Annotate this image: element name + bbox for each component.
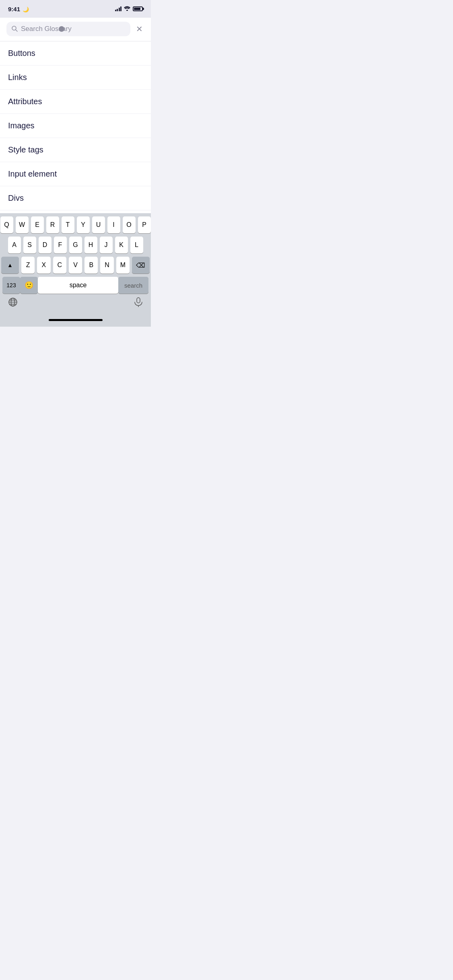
list-item[interactable]: Links bbox=[0, 66, 151, 90]
svg-point-0 bbox=[126, 10, 128, 11]
key-y[interactable]: Y bbox=[77, 216, 90, 233]
svg-rect-8 bbox=[137, 298, 140, 303]
key-m[interactable]: M bbox=[116, 257, 130, 274]
key-e[interactable]: E bbox=[31, 216, 44, 233]
wifi-icon bbox=[124, 6, 130, 12]
search-key[interactable]: search bbox=[118, 277, 148, 294]
search-container: ✕ bbox=[0, 18, 151, 41]
keyboard-row-3: ▲ Z X C V B N M ⌫ bbox=[1, 257, 150, 274]
key-c[interactable]: C bbox=[53, 257, 66, 274]
keyboard-row-4: 123 🙂 space search bbox=[1, 277, 150, 294]
key-x[interactable]: X bbox=[37, 257, 50, 274]
battery-icon bbox=[133, 6, 143, 11]
emoji-key[interactable]: 🙂 bbox=[20, 277, 38, 294]
key-b[interactable]: B bbox=[84, 257, 98, 274]
shift-key[interactable]: ▲ bbox=[1, 257, 19, 274]
status-icons bbox=[115, 6, 143, 12]
search-icon bbox=[11, 25, 18, 33]
delete-key[interactable]: ⌫ bbox=[132, 257, 150, 274]
glossary-list: Buttons Links Attributes Images Style ta… bbox=[0, 41, 151, 234]
key-n[interactable]: N bbox=[100, 257, 113, 274]
key-g[interactable]: G bbox=[69, 237, 82, 253]
list-item[interactable]: Style tags bbox=[0, 138, 151, 162]
key-t[interactable]: T bbox=[62, 216, 74, 233]
microphone-icon[interactable] bbox=[134, 297, 143, 309]
key-z[interactable]: Z bbox=[21, 257, 35, 274]
key-a[interactable]: A bbox=[8, 237, 21, 253]
key-s[interactable]: S bbox=[23, 237, 36, 253]
list-item[interactable]: Divs bbox=[0, 186, 151, 210]
signal-bars-icon bbox=[115, 6, 122, 11]
key-f[interactable]: F bbox=[54, 237, 67, 253]
key-i[interactable]: I bbox=[107, 216, 120, 233]
key-o[interactable]: O bbox=[123, 216, 136, 233]
key-j[interactable]: J bbox=[100, 237, 113, 253]
status-time: 9:41 🌙 bbox=[8, 6, 29, 12]
list-item[interactable]: Buttons bbox=[0, 41, 151, 66]
list-item[interactable]: Images bbox=[0, 114, 151, 138]
keyboard-row-2: A S D F G H J K L bbox=[1, 237, 150, 253]
key-k[interactable]: K bbox=[115, 237, 128, 253]
keyboard-bottom-row bbox=[0, 295, 151, 313]
keyboard: Q W E R T Y U I O P A S D F G H J K L ▲ … bbox=[0, 213, 151, 327]
status-bar: 9:41 🌙 bbox=[0, 0, 151, 18]
numbers-key[interactable]: 123 bbox=[2, 277, 20, 294]
globe-icon[interactable] bbox=[8, 297, 18, 309]
list-item[interactable]: Input element bbox=[0, 162, 151, 186]
key-p[interactable]: P bbox=[138, 216, 151, 233]
keyboard-row-1: Q W E R T Y U I O P bbox=[1, 216, 150, 233]
search-input[interactable] bbox=[21, 25, 126, 33]
text-cursor bbox=[59, 26, 64, 32]
list-item[interactable]: Attributes bbox=[0, 90, 151, 114]
key-w[interactable]: W bbox=[16, 216, 29, 233]
key-h[interactable]: H bbox=[84, 237, 97, 253]
svg-line-2 bbox=[16, 30, 17, 31]
space-key[interactable]: space bbox=[38, 277, 118, 294]
key-q[interactable]: Q bbox=[0, 216, 13, 233]
key-l[interactable]: L bbox=[130, 237, 143, 253]
home-indicator bbox=[0, 313, 151, 327]
home-bar bbox=[49, 319, 103, 321]
key-v[interactable]: V bbox=[69, 257, 82, 274]
search-bar[interactable] bbox=[6, 22, 130, 36]
key-d[interactable]: D bbox=[39, 237, 51, 253]
key-r[interactable]: R bbox=[46, 216, 59, 233]
clear-search-button[interactable]: ✕ bbox=[134, 23, 144, 35]
key-u[interactable]: U bbox=[92, 216, 105, 233]
moon-icon: 🌙 bbox=[23, 6, 29, 12]
